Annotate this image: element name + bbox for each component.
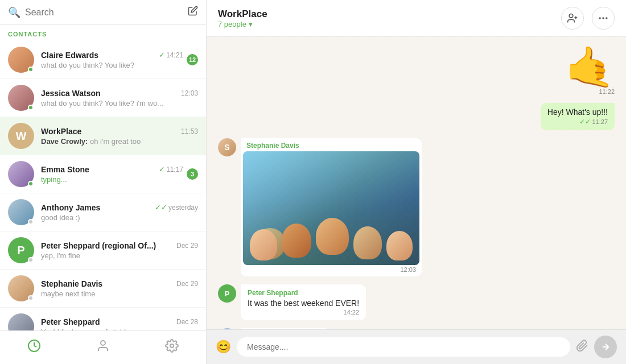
double-check-icon: ✓✓	[155, 203, 167, 212]
svg-point-3	[569, 14, 573, 18]
contact-preview: what do you think? You like?	[41, 61, 183, 69]
check-icon: ✓	[159, 51, 165, 59]
chat-messages: 🤙 11:22 Hey! What's up!!! ✓✓ 11:27 S Ste…	[207, 37, 626, 329]
avatar-peter-regional: P	[8, 237, 34, 263]
chevron-down-icon: ▾	[249, 20, 253, 28]
check-icon: ✓✓	[579, 118, 591, 126]
sticker-emoji: 🤙	[565, 47, 615, 87]
avatar-anthony	[8, 199, 34, 225]
bubble-out: Hey! What's up!!! ✓✓ 11:27	[541, 103, 615, 130]
offline-indicator	[28, 257, 34, 263]
online-indicator	[28, 105, 34, 110]
contact-info-stephanie: Stephanie Davis Dec 29 maybe next time	[41, 279, 198, 298]
message-in-peter: P Peter Sheppard It was the best weekend…	[218, 284, 615, 320]
chat-subtitle[interactable]: 7 people ▾	[218, 20, 561, 28]
chat-input-bar: 😊	[207, 329, 626, 364]
add-person-button[interactable]	[561, 7, 584, 30]
svg-point-6	[603, 18, 604, 19]
svg-point-2	[170, 344, 174, 348]
contacts-label: CONTACTS	[0, 25, 206, 41]
message-time: 14:22	[248, 309, 359, 316]
contact-item-claire[interactable]: Claire Edwards ✓14:21 what do you think?…	[0, 41, 206, 79]
contact-preview: yep, i'm fine	[41, 251, 198, 260]
check-icon: ✓	[159, 165, 165, 173]
avatar-workplace: W	[8, 123, 34, 149]
message-text: Hey! What's up!!!	[547, 107, 608, 117]
contact-name: Peter Sheppard	[41, 317, 100, 326]
message-meta: ✓✓ 11:27	[547, 118, 608, 126]
compose-icon[interactable]	[188, 6, 198, 19]
contacts-footer-icon[interactable]	[96, 339, 110, 356]
message-out-1: Hey! What's up!!! ✓✓ 11:27	[218, 103, 615, 130]
contact-item-peter-regional[interactable]: P Peter Sheppard (regional Of...) Dec 29…	[0, 231, 206, 270]
contact-preview: maybe next time	[41, 289, 198, 298]
contact-time: Dec 28	[176, 318, 198, 326]
chat-header: WorkPlace 7 people ▾	[207, 0, 626, 37]
contact-name: Anthony James	[41, 203, 100, 212]
contact-preview-typing: typing...	[41, 175, 183, 184]
contact-item-jessica[interactable]: Jessica Watson 12:03 what do you think? …	[0, 79, 206, 117]
more-options-button[interactable]	[592, 7, 615, 30]
avatar-stephanie	[8, 275, 34, 301]
contact-info-jessica: Jessica Watson 12:03 what do you think? …	[41, 89, 198, 107]
bubble-in-image: Stephanie Davis	[241, 138, 422, 276]
contact-preview: good idea :)	[41, 213, 198, 222]
message-sender: Peter Sheppard	[248, 289, 359, 297]
contact-item-anthony[interactable]: Anthony James ✓✓yesterday good idea :)	[0, 193, 206, 231]
message-sticker-out: 🤙 11:22	[218, 47, 615, 95]
svg-point-1	[101, 341, 105, 345]
message-time: 11:27	[592, 118, 608, 125]
contact-time: Dec 29	[176, 242, 198, 250]
contact-info-peter2: Peter Sheppard Dec 28 Yes! I feel very c…	[41, 317, 198, 331]
avatar-peter2	[8, 313, 34, 330]
message-time: 12:03	[243, 265, 419, 274]
avatar-claire	[8, 47, 34, 73]
contact-info-workplace: WorkPlace 11:53 Dave Crowly: oh i'm grea…	[41, 127, 198, 146]
sidebar-footer	[0, 330, 206, 364]
contact-item-workplace[interactable]: W WorkPlace 11:53 Dave Crowly: oh i'm gr…	[0, 117, 206, 155]
contact-name: Claire Edwards	[41, 51, 98, 60]
message-in-image: S Stephanie Davis	[218, 138, 615, 276]
contact-info-claire: Claire Edwards ✓14:21 what do you think?…	[41, 51, 183, 69]
contact-preview: Dave Crowly: oh i'm great too	[41, 137, 198, 146]
contact-time: Dec 29	[176, 280, 198, 288]
contact-preview: Yes! I feel very comfortable	[41, 328, 198, 331]
contact-item-peter2[interactable]: Peter Sheppard Dec 28 Yes! I feel very c…	[0, 308, 206, 330]
chat-title: WorkPlace	[218, 9, 561, 20]
message-input[interactable]	[237, 337, 570, 357]
sidebar: 🔍 CONTACTS Claire Edwards ✓14:21	[0, 0, 207, 364]
contact-preview: what do you think? You like? i'm wo...	[41, 99, 198, 107]
search-icon: 🔍	[8, 6, 20, 19]
online-indicator	[28, 67, 34, 72]
chat-header-info: WorkPlace 7 people ▾	[218, 9, 561, 28]
offline-indicator	[28, 295, 34, 301]
contact-time: 12:03	[181, 89, 198, 97]
emoji-button[interactable]: 😊	[216, 340, 231, 354]
history-icon[interactable]	[27, 339, 41, 356]
message-sender: Stephanie Davis	[243, 140, 419, 150]
unread-badge: 3	[187, 168, 198, 180]
contact-time: 11:53	[181, 127, 198, 135]
contact-info-anthony: Anthony James ✓✓yesterday good idea :)	[41, 203, 198, 222]
online-indicator	[28, 181, 34, 187]
avatar-emma	[8, 161, 34, 187]
send-button[interactable]	[594, 336, 617, 358]
contact-name: Emma Stone	[41, 165, 89, 174]
contact-time: ✓14:21	[159, 51, 183, 59]
bubble-in-peter: Peter Sheppard It was the best weekend E…	[241, 284, 366, 320]
search-input[interactable]	[25, 7, 183, 18]
contact-time: ✓11:17	[159, 165, 183, 173]
contact-item-emma[interactable]: Emma Stone ✓11:17 typing... 3	[0, 155, 206, 193]
people-count: 7 people	[218, 20, 246, 28]
contact-info-emma: Emma Stone ✓11:17 typing...	[41, 165, 183, 184]
contact-list: Claire Edwards ✓14:21 what do you think?…	[0, 41, 206, 330]
search-bar: 🔍	[0, 0, 206, 25]
contact-time: ✓✓yesterday	[155, 203, 198, 212]
avatar-jessica	[8, 85, 34, 111]
contact-name: WorkPlace	[41, 127, 81, 136]
contact-name: Stephanie Davis	[41, 279, 102, 288]
attach-button[interactable]	[576, 340, 588, 355]
settings-icon[interactable]	[165, 339, 179, 356]
unread-badge: 12	[187, 54, 198, 65]
contact-item-stephanie[interactable]: Stephanie Davis Dec 29 maybe next time	[0, 270, 206, 308]
